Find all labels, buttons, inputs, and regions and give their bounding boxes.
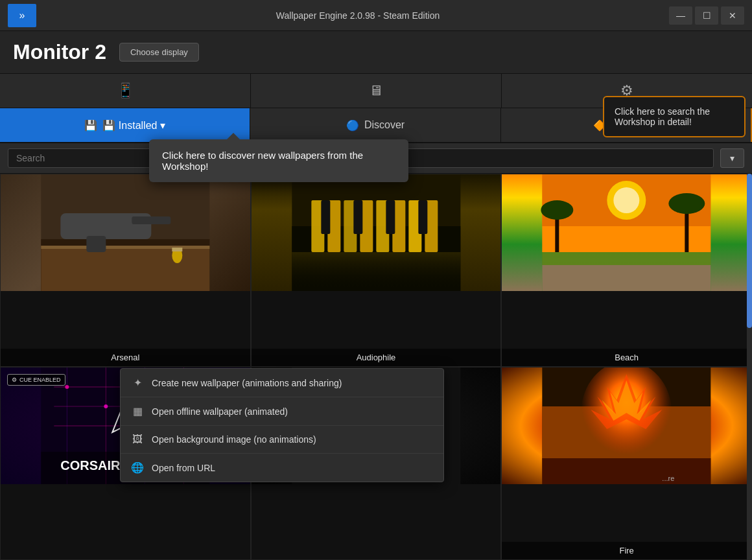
svg-point-44 bbox=[65, 385, 69, 389]
svg-rect-33 bbox=[543, 265, 711, 291]
open-offline-icon: ▦ bbox=[131, 405, 144, 417]
svg-rect-5 bbox=[132, 216, 170, 224]
wallpaper-item-arsenal[interactable]: Arsenal bbox=[0, 174, 251, 367]
wallpaper-label-arsenal: Arsenal bbox=[1, 349, 250, 366]
discover-icon: 🔵 bbox=[346, 119, 359, 132]
svg-text:CORSAIR: CORSAIR bbox=[60, 458, 121, 472]
open-offline-label: Open offline wallpaper (animated) bbox=[152, 406, 288, 417]
maximize-button[interactable]: ☐ bbox=[695, 6, 718, 25]
svg-point-31 bbox=[669, 193, 705, 214]
svg-rect-20 bbox=[353, 200, 362, 234]
context-menu-item-url[interactable]: 🌐 Open from URL bbox=[121, 454, 443, 482]
svg-rect-66 bbox=[543, 458, 711, 484]
window-controls: — ☐ ✕ bbox=[669, 6, 744, 25]
open-url-label: Open from URL bbox=[152, 463, 215, 473]
installed-icon: 💾 bbox=[84, 119, 97, 132]
open-background-label: Open background image (no animations) bbox=[152, 434, 316, 445]
wallpaper-grid: Arsenal bbox=[0, 174, 752, 560]
workshop-tooltip-text: Click here to search the Workshop in det… bbox=[615, 106, 710, 127]
title-bar: » Wallpaper Engine 2.0.98 - Steam Editio… bbox=[0, 0, 752, 31]
svg-rect-23 bbox=[292, 252, 460, 291]
tab-icon-mobile[interactable]: 📱 bbox=[0, 74, 251, 108]
scrollbar[interactable] bbox=[747, 174, 752, 560]
open-url-icon: 🌐 bbox=[131, 461, 144, 474]
svg-rect-34 bbox=[543, 252, 711, 265]
cue-badge-1: ⚙CUE ENABLED bbox=[7, 374, 65, 386]
svg-rect-6 bbox=[86, 236, 106, 252]
svg-rect-19 bbox=[321, 200, 330, 234]
header: Monitor 2 Choose display bbox=[0, 31, 752, 74]
workshop-tooltip[interactable]: Click here to search the Workshop in det… bbox=[603, 96, 746, 137]
close-button[interactable]: ✕ bbox=[721, 6, 744, 25]
create-wallpaper-label: Create new wallpaper (animations and sha… bbox=[152, 378, 342, 388]
svg-rect-2 bbox=[41, 246, 209, 291]
open-background-icon: 🖼 bbox=[131, 434, 144, 445]
svg-rect-3 bbox=[41, 246, 209, 249]
svg-point-27 bbox=[614, 187, 640, 213]
context-menu: ✦ Create new wallpaper (animations and s… bbox=[120, 368, 444, 482]
app-title: Wallpaper Engine 2.0.98 - Steam Edition bbox=[47, 10, 669, 21]
monitor-title: Monitor 2 bbox=[13, 40, 106, 64]
context-menu-item-create[interactable]: ✦ Create new wallpaper (animations and s… bbox=[121, 369, 443, 397]
wallpaper-label-audiophile: Audiophile bbox=[252, 349, 501, 366]
tab-installed[interactable]: 💾 💾 Installed ▾ bbox=[0, 108, 250, 142]
svg-rect-21 bbox=[386, 200, 395, 234]
filter-button[interactable]: ▾ bbox=[720, 148, 744, 168]
discover-tooltip-text: Click here to discover new wallpapers fr… bbox=[162, 150, 363, 172]
svg-text:...re: ...re bbox=[663, 474, 675, 482]
svg-point-45 bbox=[104, 404, 108, 408]
discover-label: Discover bbox=[364, 119, 405, 131]
wallpaper-item-beach[interactable]: Beach bbox=[501, 174, 752, 367]
tab-icon-monitor[interactable]: 🖥 bbox=[251, 74, 502, 108]
scroll-thumb[interactable] bbox=[747, 174, 752, 328]
installed-label: 💾 Installed ▾ bbox=[102, 119, 165, 132]
fast-forward-button[interactable]: » bbox=[8, 4, 36, 27]
minimize-button[interactable]: — bbox=[669, 6, 692, 25]
context-menu-item-offline[interactable]: ▦ Open offline wallpaper (animated) bbox=[121, 397, 443, 426]
svg-rect-22 bbox=[418, 200, 427, 234]
wallpaper-item-fire[interactable]: ...re Fire bbox=[501, 367, 752, 560]
context-menu-item-background[interactable]: 🖼 Open background image (no animations) bbox=[121, 426, 443, 454]
filter-icon: ▾ bbox=[730, 153, 734, 163]
choose-display-button[interactable]: Choose display bbox=[119, 43, 199, 62]
wallpaper-label-beach: Beach bbox=[502, 349, 751, 366]
discover-tooltip[interactable]: Click here to discover new wallpapers fr… bbox=[149, 139, 408, 182]
create-wallpaper-icon: ✦ bbox=[131, 377, 144, 389]
wallpaper-label-fire: Fire bbox=[502, 542, 751, 559]
svg-rect-8 bbox=[172, 248, 182, 251]
wallpaper-item-audiophile[interactable]: Audiophile bbox=[251, 174, 502, 367]
svg-point-29 bbox=[541, 200, 574, 220]
tab-discover[interactable]: 🔵 Discover bbox=[250, 108, 500, 142]
